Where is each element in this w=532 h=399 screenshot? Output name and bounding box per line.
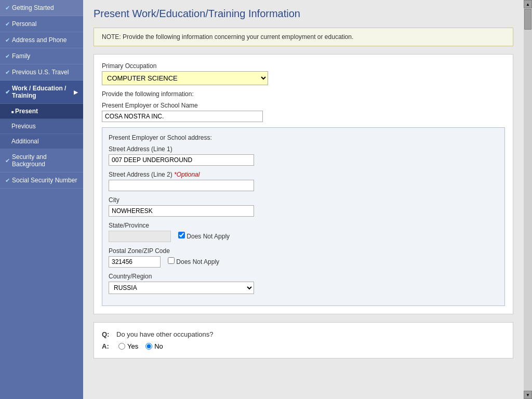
zip-does-not-apply-checkbox[interactable] [168, 257, 175, 264]
primary-occupation-group: Primary Occupation COMPUTER SCIENCE OTHE… [102, 62, 505, 85]
state-input[interactable] [109, 231, 171, 242]
scrollbar: ▲ ▼ [524, 0, 532, 399]
primary-occupation-label: Primary Occupation [102, 62, 505, 70]
sidebar-item-address-phone[interactable]: ✔ Address and Phone [0, 32, 83, 48]
state-does-not-apply-checkbox[interactable] [178, 232, 185, 238]
check-icon: ✔ [5, 21, 10, 28]
provide-label: Provide the following information: [102, 90, 505, 98]
a-label: A: [102, 342, 112, 350]
street2-label: Street Address (Line 2) *Optional [109, 171, 498, 178]
address-subsection: Present Employer or School address: Stre… [102, 127, 505, 306]
employer-address-label: Present Employer or School address: [109, 134, 498, 141]
employer-name-label: Present Employer or School Name [102, 102, 505, 109]
yes-option[interactable]: Yes [118, 342, 138, 350]
street1-label: Street Address (Line 1) [109, 145, 498, 153]
note-box: NOTE: Provide the following information … [94, 28, 513, 46]
check-icon: ✔ [5, 5, 10, 11]
sidebar-item-personal[interactable]: ✔ Personal [0, 16, 83, 32]
city-group: City [109, 196, 498, 217]
q-label: Q: [102, 330, 112, 338]
street1-group: Street Address (Line 1) [109, 145, 498, 166]
no-option[interactable]: No [145, 342, 163, 350]
zip-group: Postal Zone/ZIP Code Does Not Apply [109, 247, 498, 268]
check-icon: ✔ [5, 37, 10, 44]
answer-row: A: Yes No [102, 342, 505, 350]
main-form-section: Primary Occupation COMPUTER SCIENCE OTHE… [94, 54, 513, 314]
employer-name-group: Present Employer or School Name [102, 102, 505, 122]
question-text: Do you have other occupations? [116, 330, 213, 338]
zip-input[interactable] [109, 256, 161, 268]
scroll-thumb[interactable] [524, 9, 531, 30]
sidebar-subitem-previous[interactable]: Previous [0, 119, 83, 134]
country-select[interactable]: RUSSIA UNITED STATES OTHER [109, 282, 254, 294]
yes-label: Yes [127, 342, 138, 350]
sidebar-item-label: Social Security Number [12, 177, 77, 184]
check-icon: ✔ [5, 157, 10, 164]
sidebar-item-label: Personal [12, 20, 36, 28]
city-label: City [109, 196, 498, 204]
note-text: NOTE: Provide the following information … [102, 33, 353, 41]
scroll-track [524, 8, 532, 391]
expand-icon: ▶ [74, 89, 78, 95]
street2-group: Street Address (Line 2) *Optional [109, 171, 498, 191]
sidebar-item-work-education[interactable]: ✔ Work / Education / Training ▶ [0, 81, 83, 104]
sidebar-subitem-additional[interactable]: Additional [0, 134, 83, 149]
state-group: State/Province Does Not Apply [109, 222, 498, 242]
sidebar-item-getting-started[interactable]: ✔ Getting Started [0, 0, 83, 16]
sidebar-item-label: Previous U.S. Travel [12, 69, 69, 76]
check-icon: ✔ [5, 53, 10, 60]
zip-does-not-apply-label: Does Not Apply [168, 257, 219, 265]
city-input[interactable] [109, 205, 254, 217]
country-group: Country/Region RUSSIA UNITED STATES OTHE… [109, 273, 498, 294]
no-label: No [154, 342, 163, 350]
page-title: Present Work/Education/Training Informat… [94, 8, 513, 20]
street2-input[interactable] [109, 180, 254, 191]
check-icon: ✔ [5, 69, 10, 76]
no-radio[interactable] [145, 343, 152, 350]
sidebar: ✔ Getting Started ✔ Personal ✔ Address a… [0, 0, 83, 399]
check-icon: ✔ [5, 177, 10, 184]
sidebar-item-previous-travel[interactable]: ✔ Previous U.S. Travel [0, 64, 83, 81]
country-label: Country/Region [109, 273, 498, 280]
sidebar-item-social-security[interactable]: ✔ Social Security Number [0, 172, 83, 189]
yes-radio[interactable] [118, 343, 125, 350]
sidebar-item-label: Getting Started [12, 4, 54, 11]
sidebar-item-security[interactable]: ✔ Security and Background [0, 149, 83, 172]
sidebar-item-label: Address and Phone [12, 36, 66, 44]
sidebar-item-label: Work / Education / Training [12, 85, 72, 99]
street1-input[interactable] [109, 154, 254, 166]
employer-name-input[interactable] [102, 111, 263, 122]
sidebar-subitem-label: Previous [11, 123, 36, 130]
sidebar-item-family[interactable]: ✔ Family [0, 48, 83, 64]
main-content: Present Work/Education/Training Informat… [83, 0, 524, 399]
primary-occupation-select[interactable]: COMPUTER SCIENCE OTHER [102, 71, 268, 85]
sidebar-subitem-label: Additional [11, 138, 39, 145]
state-label: State/Province [109, 222, 498, 229]
zip-label: Postal Zone/ZIP Code [109, 247, 498, 255]
sidebar-item-label: Family [12, 52, 30, 60]
state-does-not-apply-label: Does Not Apply [178, 232, 230, 240]
sidebar-subitem-label: Present [15, 108, 38, 115]
scroll-up-button[interactable]: ▲ [524, 0, 532, 8]
scroll-down-button[interactable]: ▼ [524, 391, 532, 399]
question-row: Q: Do you have other occupations? [102, 330, 505, 338]
sidebar-subitem-present[interactable]: Present [0, 104, 83, 119]
sidebar-item-label: Security and Background [12, 153, 78, 168]
qa-section: Q: Do you have other occupations? A: Yes… [94, 322, 513, 358]
check-icon: ✔ [5, 89, 10, 96]
